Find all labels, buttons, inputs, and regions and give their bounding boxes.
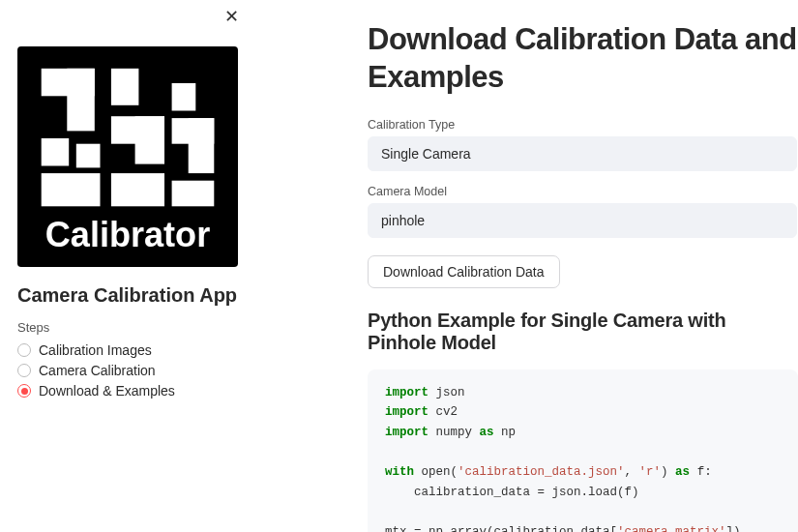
step-download-examples[interactable]: Download & Examples xyxy=(17,383,239,399)
field-label: Camera Model xyxy=(368,185,798,198)
code-token: import xyxy=(385,386,429,399)
code-token: ) xyxy=(661,465,675,479)
svg-rect-12 xyxy=(189,118,215,173)
camera-model-select[interactable]: pinhole xyxy=(368,203,797,238)
code-token: np xyxy=(494,426,517,439)
calibration-type-select[interactable]: Single Camera xyxy=(368,136,797,171)
download-button[interactable]: Download Calibration Data xyxy=(368,255,560,288)
app-logo: Calibrator xyxy=(17,46,239,267)
close-icon[interactable]: ✕ xyxy=(224,6,239,27)
sidebar: ✕ Calibrator Camera Calibrati xyxy=(0,0,256,532)
page-title: Download Calibration Data and Examples xyxy=(368,21,798,97)
code-token: import xyxy=(385,426,429,439)
svg-rect-5 xyxy=(42,173,101,206)
python-example-title: Python Example for Single Camera with Pi… xyxy=(368,310,798,354)
code-token: 'camera_matrix' xyxy=(617,525,726,532)
step-label: Download & Examples xyxy=(39,383,175,399)
code-token: f: xyxy=(690,465,712,479)
svg-rect-9 xyxy=(111,173,164,206)
step-label: Calibration Images xyxy=(39,342,152,358)
logo-text: Calibrator xyxy=(45,215,210,254)
step-label: Camera Calibration xyxy=(39,363,156,378)
svg-rect-6 xyxy=(111,69,138,105)
code-token: cv2 xyxy=(429,405,458,419)
step-camera-calibration[interactable]: Camera Calibration xyxy=(17,363,239,378)
radio-icon xyxy=(17,384,31,398)
main-content: Download Calibration Data and Examples C… xyxy=(256,0,798,532)
svg-rect-8 xyxy=(135,116,164,163)
code-token: ]) xyxy=(726,525,741,532)
code-block[interactable]: import json import cv2 import numpy as n… xyxy=(368,369,798,533)
radio-icon xyxy=(17,364,31,377)
code-token: open( xyxy=(414,465,458,479)
steps-list: Calibration Images Camera Calibration Do… xyxy=(17,342,239,399)
camera-model-field: Camera Model pinhole xyxy=(368,185,798,238)
code-token: calibration_data = json.load(f) xyxy=(385,486,639,499)
svg-rect-10 xyxy=(172,83,196,111)
code-token: json xyxy=(429,386,465,399)
code-token: as xyxy=(480,426,494,439)
code-token: mtx = np.array(calibration_data[ xyxy=(385,525,617,532)
calibration-type-field: Calibration Type Single Camera xyxy=(368,118,798,171)
calibrator-logo-icon: Calibrator xyxy=(17,46,238,267)
code-token: 'r' xyxy=(639,465,662,479)
code-token: numpy xyxy=(429,426,480,439)
svg-rect-13 xyxy=(172,181,215,207)
code-token: import xyxy=(385,405,429,419)
svg-rect-3 xyxy=(42,138,69,166)
field-label: Calibration Type xyxy=(368,118,798,132)
svg-rect-2 xyxy=(67,69,95,132)
steps-label: Steps xyxy=(17,320,239,335)
step-calibration-images[interactable]: Calibration Images xyxy=(17,342,239,358)
app-title: Camera Calibration App xyxy=(17,284,239,307)
radio-icon xyxy=(17,343,31,357)
code-token: 'calibration_data.json' xyxy=(458,465,625,479)
code-token: as xyxy=(675,465,690,479)
svg-rect-4 xyxy=(76,144,101,168)
code-token: with xyxy=(385,465,414,479)
code-token: , xyxy=(625,465,639,479)
